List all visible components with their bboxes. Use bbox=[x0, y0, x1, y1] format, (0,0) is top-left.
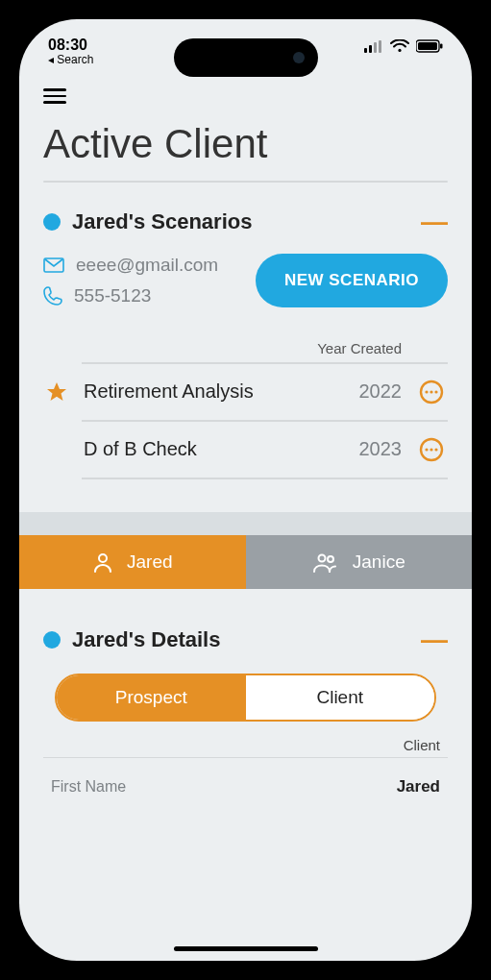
tab-secondary-label: Janice bbox=[353, 551, 405, 573]
svg-rect-5 bbox=[418, 42, 437, 50]
tab-primary-label: Jared bbox=[127, 551, 173, 573]
status-back-to-search[interactable]: ◂ Search bbox=[48, 54, 93, 66]
section-separator bbox=[19, 512, 472, 535]
scenario-row[interactable]: D of B Check 2023 bbox=[43, 422, 448, 478]
person-icon bbox=[92, 551, 113, 573]
svg-point-10 bbox=[430, 390, 432, 393]
svg-rect-3 bbox=[379, 40, 381, 53]
scenario-row[interactable]: Retirement Analysis 2022 bbox=[43, 364, 448, 420]
field-label: First Name bbox=[51, 778, 126, 796]
segment-client[interactable]: Client bbox=[246, 675, 435, 720]
more-icon bbox=[419, 380, 444, 404]
svg-point-17 bbox=[318, 554, 325, 561]
email-icon bbox=[43, 257, 64, 273]
details-title: Jared's Details bbox=[72, 627, 409, 652]
details-divider bbox=[43, 757, 448, 758]
svg-rect-2 bbox=[374, 42, 377, 53]
year-created-header: Year Created bbox=[317, 340, 402, 356]
scenarios-title: Jared's Scenarios bbox=[72, 209, 409, 234]
collapse-details-icon[interactable]: — bbox=[421, 633, 448, 647]
svg-rect-1 bbox=[369, 45, 372, 53]
home-indicator[interactable] bbox=[174, 946, 318, 951]
scenario-more-button[interactable] bbox=[415, 380, 448, 404]
status-time: 08:30 bbox=[48, 37, 93, 54]
status-dot bbox=[43, 213, 61, 231]
scenario-more-button[interactable] bbox=[415, 437, 448, 462]
svg-point-15 bbox=[434, 448, 437, 451]
client-email[interactable]: eeee@gmail.com bbox=[76, 255, 218, 276]
page-title: Active Client bbox=[43, 121, 448, 167]
svg-point-16 bbox=[99, 554, 107, 562]
status-dot bbox=[43, 631, 61, 649]
field-row: First Name Jared bbox=[43, 773, 448, 800]
svg-point-11 bbox=[434, 390, 437, 393]
tab-secondary-person[interactable]: Janice bbox=[246, 535, 473, 589]
phone-dynamic-island bbox=[174, 38, 318, 77]
scenario-name: Retirement Analysis bbox=[84, 380, 321, 403]
details-subheader: Client bbox=[404, 737, 440, 753]
svg-point-18 bbox=[328, 556, 333, 562]
scenario-name: D of B Check bbox=[84, 438, 321, 460]
svg-point-13 bbox=[425, 448, 428, 451]
wifi-icon bbox=[390, 39, 409, 53]
title-divider bbox=[43, 181, 448, 183]
scenario-year: 2022 bbox=[334, 380, 402, 403]
svg-rect-6 bbox=[440, 44, 443, 49]
menu-icon[interactable] bbox=[43, 88, 66, 104]
battery-icon bbox=[416, 39, 443, 53]
cellular-icon bbox=[364, 40, 383, 53]
client-phone[interactable]: 555-5123 bbox=[74, 285, 151, 306]
phone-icon bbox=[43, 286, 62, 306]
collapse-scenarios-icon[interactable]: — bbox=[421, 215, 448, 229]
tab-primary-person[interactable]: Jared bbox=[19, 535, 246, 589]
row-divider bbox=[82, 478, 448, 479]
svg-point-9 bbox=[425, 390, 428, 393]
svg-rect-0 bbox=[364, 48, 367, 53]
segment-prospect[interactable]: Prospect bbox=[57, 675, 246, 720]
star-icon bbox=[45, 380, 68, 404]
new-scenario-button[interactable]: NEW SCENARIO bbox=[256, 254, 448, 307]
more-icon bbox=[419, 437, 444, 462]
client-type-segmented[interactable]: Prospect Client bbox=[55, 674, 436, 722]
people-icon bbox=[312, 551, 339, 573]
scenario-year: 2023 bbox=[334, 438, 402, 460]
field-value: Jared bbox=[397, 777, 440, 796]
svg-point-14 bbox=[430, 448, 432, 451]
